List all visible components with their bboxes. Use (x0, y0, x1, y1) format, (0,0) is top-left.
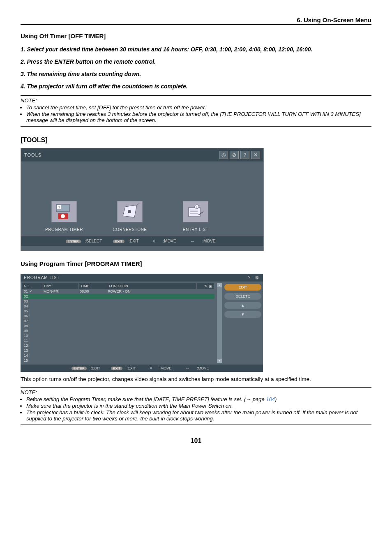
table-row[interactable]: 02 (22, 294, 214, 299)
table-row[interactable]: 14 (22, 353, 214, 358)
table-row[interactable]: 12 (22, 343, 214, 348)
clock-icon[interactable]: ◷ (219, 151, 228, 159)
note-item: The projector has a built-in clock. The … (26, 409, 371, 422)
note-item: To cancel the preset time, set [OFF] for… (26, 104, 371, 111)
move-down-button[interactable]: ▼ (224, 311, 261, 318)
note-title: NOTE: (21, 97, 371, 104)
table-row[interactable]: 08 (22, 323, 214, 328)
enter-badge: ENTER (66, 240, 81, 243)
tool-cornerstone[interactable]: CORNERSTONE (103, 201, 157, 232)
step-4: 4. The projector will turn off after the… (21, 83, 371, 90)
program-timer-note-block: NOTE: Before setting the Program Timer, … (21, 387, 371, 425)
program-timer-desc: This option turns on/off the projector, … (21, 376, 371, 382)
tool-label: PROGRAM TIMER (37, 227, 91, 232)
tools-footer: ENTER:SELECT EXIT:EXIT ◊ :MOVE ↔ :MOVE (21, 236, 263, 246)
section-header: 6. Using On-Screen Menu (21, 16, 371, 25)
close-icon[interactable]: ⊠ (254, 275, 260, 280)
note-item: When the remaining time reaches 3 minute… (26, 111, 371, 123)
svg-line-7 (137, 203, 139, 205)
edit-button[interactable]: EDIT (224, 284, 261, 291)
tools-title: TOOLS (24, 152, 42, 157)
table-row[interactable]: 06 (22, 314, 214, 319)
program-list-footer: ENTER:EDIT EXIT:EXIT ◊ :MOVE ↔ :MOVE (21, 365, 263, 372)
page-link[interactable]: 104 (266, 396, 275, 402)
svg-point-6 (128, 210, 131, 213)
footer-edit: :EDIT (91, 366, 100, 370)
col-day: DAY (42, 283, 79, 289)
footer-move-lr: :MOVE (197, 366, 209, 370)
titlebar-icons: ◷ ⊘ ? ✕ (219, 151, 260, 159)
off-timer-note-block: NOTE: To cancel the preset time, set [OF… (21, 95, 371, 127)
mouse-icon[interactable]: ⊘ (230, 151, 239, 159)
help-icon[interactable]: ? (240, 151, 249, 159)
scrollbar[interactable]: ▴ ▾ (217, 283, 222, 363)
close-icon[interactable]: ✕ (251, 151, 260, 159)
table-row[interactable]: 04 (22, 304, 214, 309)
table-row[interactable]: 03 (22, 299, 214, 304)
svg-point-4 (61, 214, 65, 218)
side-buttons: EDIT DELETE ▲ ▼ (224, 283, 261, 363)
footer-move-ud: :MOVE (159, 366, 171, 370)
delete-button[interactable]: DELETE (224, 293, 261, 300)
exit-badge: EXIT (111, 367, 122, 370)
table-row[interactable]: 15 (22, 358, 214, 363)
col-function: FUNCTION (107, 283, 197, 289)
leftright-icon: ↔ (186, 366, 189, 370)
leftright-icon: ↔ (190, 239, 194, 243)
footer-exit: :EXIT (129, 239, 139, 243)
step-1: 1. Select your desired time between 30 m… (21, 46, 371, 53)
program-timer-heading: Using Program Timer [PROGRAM TIMER] (21, 260, 371, 267)
note-title: NOTE: (21, 389, 371, 395)
note-text: Before setting the Program Timer, make s… (26, 396, 266, 402)
col-time: TIME (79, 283, 107, 289)
table-row[interactable]: 09 (22, 328, 214, 333)
program-table: NO. DAY TIME FUNCTION ⟲ ▣ 01 ✓MON-FRI08:… (22, 283, 214, 363)
note-item: Before setting the Program Timer, make s… (26, 396, 371, 402)
tool-label: ENTRY LIST (169, 227, 222, 232)
table-row[interactable]: 11 (22, 338, 214, 343)
program-list-titlebar: PROGRAM LIST ? ⊠ (21, 274, 263, 282)
tools-heading: [TOOLS] (21, 136, 371, 144)
exit-badge: EXIT (113, 240, 125, 243)
svg-rect-8 (189, 208, 200, 217)
help-icon[interactable]: ? (247, 275, 252, 280)
page-number: 101 (21, 437, 371, 445)
tools-screenshot: TOOLS ◷ ⊘ ? ✕ 1 PROGRAM TIMER (21, 148, 264, 251)
tools-titlebar: TOOLS ◷ ⊘ ? ✕ (21, 148, 263, 162)
cornerstone-icon (117, 201, 143, 222)
entry-list-icon: i (183, 201, 208, 222)
scroll-down-icon[interactable]: ▾ (217, 359, 222, 363)
program-list-title: PROGRAM LIST (24, 275, 60, 280)
footer-move-ud: :MOVE (163, 239, 176, 243)
tool-program-timer[interactable]: 1 PROGRAM TIMER (37, 201, 91, 232)
col-no: NO. (22, 283, 42, 289)
footer-move-lr: :MOVE (202, 239, 215, 243)
tool-label: CORNERSTONE (103, 227, 157, 232)
step-2: 2. Press the ENTER button on the remote … (21, 58, 371, 65)
scroll-up-icon[interactable]: ▴ (217, 283, 222, 287)
col-icons: ⟲ ▣ (197, 283, 214, 289)
table-row[interactable]: 01 ✓MON-FRI08:00POWER - ON (22, 289, 214, 294)
off-timer-heading: Using Off Timer [OFF TIMER] (21, 32, 371, 39)
table-row[interactable]: 05 (22, 309, 214, 314)
footer-enter: :SELECT (85, 239, 102, 243)
move-up-button[interactable]: ▲ (224, 302, 261, 309)
table-header-row: NO. DAY TIME FUNCTION ⟲ ▣ (22, 283, 214, 289)
updown-icon: ◊ (150, 366, 152, 370)
footer-exit: :EXIT (127, 366, 136, 370)
tool-entry-list[interactable]: i ENTRY LIST (169, 201, 222, 232)
tools-body: 1 PROGRAM TIMER CORNERSTONE (21, 162, 263, 236)
table-row[interactable]: 13 (22, 348, 214, 353)
step-3: 3. The remaining time starts counting do… (21, 71, 371, 77)
note-item: Make sure that the projector is in the s… (26, 403, 371, 409)
table-row[interactable]: 10 (22, 333, 214, 338)
updown-icon: ◊ (153, 239, 155, 243)
program-list-screenshot: PROGRAM LIST ? ⊠ NO. DAY TIME FUNCTION ⟲… (21, 274, 263, 372)
svg-text:1: 1 (58, 205, 60, 209)
note-text: ) (275, 396, 277, 402)
enter-badge: ENTER (71, 367, 87, 370)
program-timer-icon: 1 (51, 201, 77, 222)
table-row[interactable]: 07 (22, 319, 214, 323)
